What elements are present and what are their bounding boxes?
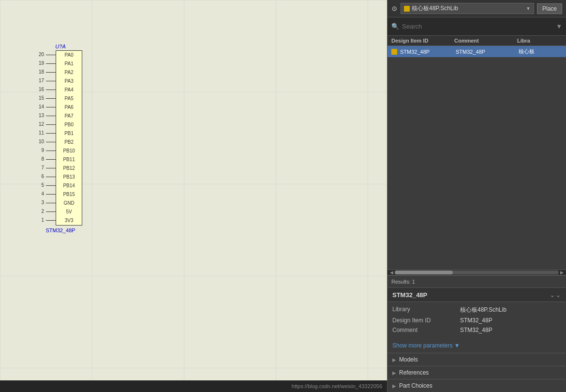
show-more-params[interactable]: Show more parameters ▼ — [387, 340, 566, 353]
component-label-top: U?A — [39, 44, 82, 49]
pin-name: PB0 — [56, 121, 82, 129]
detail-rows: Library 核心板48P.SchLib Design Item ID STM… — [387, 302, 566, 340]
results-count: Results: 1 — [387, 275, 566, 287]
pin-wire — [46, 50, 56, 59]
expand-icon[interactable]: ▼ — [556, 23, 562, 30]
references-section[interactable]: ▶ References — [387, 366, 566, 379]
place-button[interactable]: Place — [537, 3, 562, 14]
pin-wire — [46, 76, 56, 85]
search-input[interactable] — [402, 23, 553, 30]
show-more-arrow: ▼ — [454, 342, 460, 349]
detail-header[interactable]: STM32_48P ⌄⌄ — [387, 288, 566, 302]
scrollbar-track — [395, 271, 559, 274]
detail-library-row: Library 核心板48P.SchLib — [392, 306, 561, 314]
col-comment: Comment — [454, 38, 517, 44]
models-label: Models — [399, 356, 418, 363]
models-section[interactable]: ▶ Models — [387, 353, 566, 366]
pin-name: PA0 — [56, 51, 82, 60]
pin-name: PB13 — [56, 173, 82, 181]
pin-name: PB11 — [56, 155, 82, 164]
search-bar: 🔍 ▼ — [387, 17, 566, 36]
pin-name: GND — [56, 199, 82, 208]
scroll-left-icon[interactable]: ◀ — [388, 270, 395, 275]
library-name: 核心板48P.SchLib — [412, 4, 524, 13]
scrollbar-thumb[interactable] — [395, 271, 453, 274]
scroll-right-icon[interactable]: ▶ — [559, 270, 565, 275]
pin-name: PA3 — [56, 77, 82, 86]
horizontal-scrollbar[interactable]: ◀ ▶ — [387, 270, 566, 275]
library-icon — [404, 6, 410, 12]
cell-design-id: STM32_48P — [400, 49, 456, 55]
pin-wire — [46, 103, 56, 111]
library-selector[interactable]: 核心板48P.SchLib ▼ — [401, 3, 534, 14]
pin-wire — [46, 198, 56, 207]
models-arrow-icon: ▶ — [392, 357, 396, 362]
pin-name: PB10 — [56, 147, 82, 155]
detail-title: STM32_48P — [392, 291, 427, 299]
pin-number: 16 — [39, 85, 45, 94]
collapse-icon[interactable]: ⌄⌄ — [550, 291, 561, 299]
pin-wire — [46, 68, 56, 76]
filter-icon[interactable]: ⚙ — [391, 5, 398, 13]
pin-name: PA6 — [56, 103, 82, 112]
pin-name: PA1 — [56, 60, 82, 68]
pin-number: 4 — [39, 190, 45, 198]
detail-comment-row: Comment STM32_48P — [392, 327, 561, 333]
cell-lib: 核心板 — [519, 48, 562, 55]
pin-numbers-left: 2019181716151413121110987654321 — [39, 50, 46, 226]
pin-wire — [46, 94, 56, 103]
canvas-area: U?A 2019181716151413121110987654321 PA0P… — [0, 0, 387, 392]
pin-name: PB2 — [56, 138, 82, 147]
detail-panel: STM32_48P ⌄⌄ Library 核心板48P.SchLib Desig… — [387, 287, 566, 353]
pin-wire — [46, 190, 56, 198]
ic-box: PA0PA1PA2PA3PA4PA5PA6PA7PB0PB1PB2PB10PB1… — [56, 50, 82, 226]
pin-wire — [46, 181, 56, 190]
pin-name: PB15 — [56, 190, 82, 199]
pin-number: 9 — [39, 146, 45, 155]
library-value: 核心板48P.SchLib — [460, 306, 506, 314]
pin-wire — [46, 85, 56, 94]
pin-number: 12 — [39, 120, 45, 129]
right-panel: ⚙ 核心板48P.SchLib ▼ Place 🔍 ▼ Design Item … — [387, 0, 566, 392]
pin-wire — [46, 111, 56, 120]
pin-number: 11 — [39, 129, 45, 137]
panel-toolbar: ⚙ 核心板48P.SchLib ▼ Place — [387, 0, 566, 17]
component-label-bottom: STM32_48P — [39, 227, 82, 233]
design-id-value: STM32_48P — [460, 317, 492, 324]
status-bar: https://blog.csdn.net/weixin_43322056 — [0, 380, 387, 392]
pin-wire — [46, 146, 56, 155]
pin-name: PA4 — [56, 86, 82, 94]
show-more-label: Show more parameters — [392, 342, 453, 349]
pin-wire — [46, 172, 56, 181]
part-choices-arrow-icon: ▶ — [392, 383, 396, 389]
pin-name: PA7 — [56, 112, 82, 121]
pin-name: PB12 — [56, 164, 82, 173]
table-header: Design Item ID Comment Libra — [387, 36, 566, 46]
references-arrow-icon: ▶ — [392, 370, 396, 376]
pin-wire — [46, 216, 56, 225]
component-body: 2019181716151413121110987654321 PA0PA1PA… — [39, 50, 82, 226]
pin-wire — [46, 207, 56, 216]
pin-wire — [46, 164, 56, 172]
component-wrapper: U?A 2019181716151413121110987654321 PA0P… — [39, 44, 82, 233]
pin-name: PA5 — [56, 94, 82, 103]
part-choices-section[interactable]: ▶ Part Choices — [387, 379, 566, 392]
table-row[interactable]: STM32_48P STM32_48P 核心板 — [387, 46, 566, 57]
cell-comment: STM32_48P — [456, 49, 519, 55]
pin-number: 15 — [39, 94, 45, 103]
pin-number: 3 — [39, 198, 45, 207]
pin-number: 10 — [39, 137, 45, 146]
detail-design-id-row: Design Item ID STM32_48P — [392, 317, 561, 324]
pin-number: 7 — [39, 164, 45, 172]
pin-wire — [46, 155, 56, 164]
component-icon — [391, 49, 397, 55]
pin-wire — [46, 137, 56, 146]
pin-name: 5V — [56, 208, 82, 216]
references-label: References — [399, 369, 429, 376]
status-url: https://blog.csdn.net/weixin_43322056 — [292, 383, 382, 389]
pin-number: 8 — [39, 155, 45, 164]
comment-key: Comment — [392, 327, 450, 333]
main-container: U?A 2019181716151413121110987654321 PA0P… — [0, 0, 566, 392]
pin-wire — [46, 120, 56, 129]
pin-number: 14 — [39, 103, 45, 111]
